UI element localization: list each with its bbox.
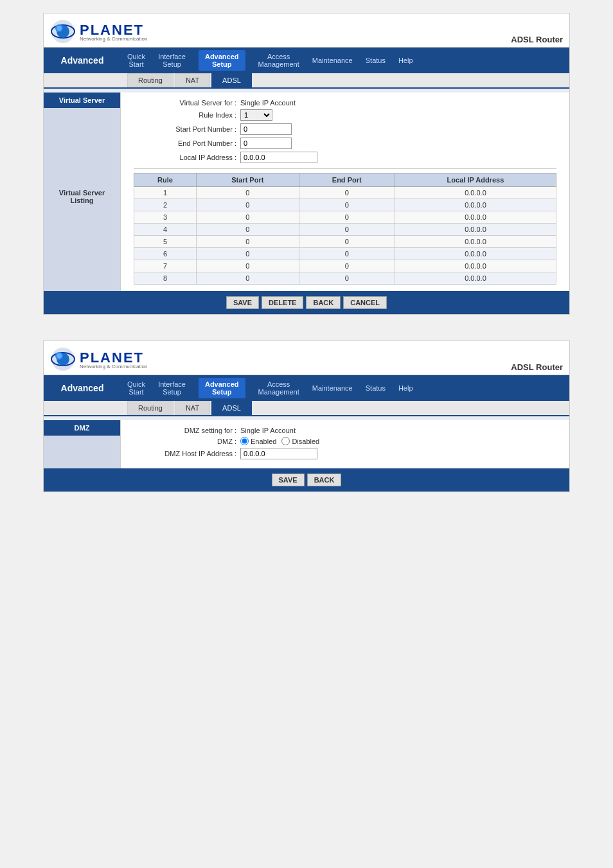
nav-quick-start-2[interactable]: QuickStart: [127, 380, 145, 396]
cell-end-port: 0: [299, 211, 395, 224]
cell-rule: 1: [134, 187, 197, 199]
table-row: 2 0 0 0.0.0.0: [134, 199, 556, 211]
content-area-2: DMZ DMZ setting for : Single IP Account …: [44, 420, 569, 468]
start-port-label: Start Port Number :: [134, 125, 236, 133]
panel-virtual-server: PLANET Networking & Communication ADSL R…: [43, 13, 570, 315]
action-bar-1: SAVE DELETE BACK CANCEL: [44, 291, 569, 314]
delete-button-1[interactable]: DELETE: [262, 296, 303, 309]
cell-end-port: 0: [299, 260, 395, 272]
subnav-nat-1[interactable]: NAT: [175, 73, 210, 87]
nav-bar-1: Advanced QuickStart InterfaceSetup Advan…: [44, 48, 569, 73]
form-group-rule-index: Rule Index : 1 2 3 4 5 6 7 8: [134, 109, 556, 121]
content-area-1: Virtual Server Virtual Server Listing Vi…: [44, 93, 569, 291]
planet-logo-icon-2: [50, 346, 76, 372]
nav-advanced-setup-1[interactable]: AdvancedSetup: [199, 50, 245, 71]
nav-status-1[interactable]: Status: [366, 57, 386, 64]
table-row: 7 0 0 0.0.0.0: [134, 260, 556, 272]
rule-index-label: Rule Index :: [134, 111, 236, 119]
cell-start-port: 0: [197, 248, 299, 260]
dmz-host-ip-input[interactable]: [240, 448, 317, 459]
col-local-ip: Local IP Address: [395, 173, 556, 187]
cell-rule: 3: [134, 211, 197, 224]
nav-access-management-1[interactable]: AccessManagement: [258, 53, 299, 68]
for-label: Virtual Server for :: [134, 99, 236, 107]
save-button-1[interactable]: SAVE: [226, 296, 259, 309]
section-label-listing: Virtual Server Listing: [44, 185, 120, 208]
cell-end-port: 0: [299, 236, 395, 248]
cell-start-port: 0: [197, 260, 299, 272]
dmz-disabled-radio[interactable]: [281, 437, 290, 445]
cell-rule: 4: [134, 224, 197, 236]
nav-maintenance-1[interactable]: Maintenance: [312, 57, 353, 64]
nav-links-1: QuickStart InterfaceSetup AdvancedSetup …: [121, 48, 569, 73]
subnav-adsl-1[interactable]: ADSL: [211, 73, 252, 87]
dmz-for-label: DMZ setting for :: [134, 427, 236, 434]
virtual-server-table: Rule Start Port End Port Local IP Addres…: [134, 173, 556, 285]
nav-advanced-setup-2[interactable]: AdvancedSetup: [199, 378, 245, 398]
save-button-2[interactable]: SAVE: [272, 474, 305, 486]
table-row: 6 0 0 0.0.0.0: [134, 248, 556, 260]
section-label-col-1: Virtual Server Virtual Server Listing: [44, 93, 121, 291]
nav-maintenance-2[interactable]: Maintenance: [312, 384, 353, 392]
logo-text-2: PLANET Networking & Communication: [80, 350, 147, 369]
nav-help-1[interactable]: Help: [398, 57, 413, 64]
subnav-nat-2[interactable]: NAT: [175, 401, 210, 415]
nav-access-management-2[interactable]: AccessManagement: [258, 380, 299, 396]
cancel-button-1[interactable]: CANCEL: [343, 296, 387, 309]
sub-nav-1: Routing NAT ADSL: [44, 73, 569, 89]
cell-local-ip: 0.0.0.0: [395, 260, 556, 272]
dmz-enabled-radio[interactable]: [240, 437, 249, 445]
panel-header-2: PLANET Networking & Communication ADSL R…: [44, 341, 569, 375]
cell-start-port: 0: [197, 199, 299, 211]
end-port-input[interactable]: [240, 137, 292, 149]
col-start-port: Start Port: [197, 173, 299, 187]
logo-area-1: PLANET Networking & Communication: [50, 19, 147, 44]
nav-interface-setup-1[interactable]: InterfaceSetup: [158, 53, 186, 68]
nav-help-2[interactable]: Help: [398, 384, 413, 392]
subnav-adsl-2[interactable]: ADSL: [211, 401, 252, 415]
dmz-radio-group: Enabled Disabled: [240, 437, 319, 445]
cell-start-port: 0: [197, 187, 299, 199]
adsl-router-label-2: ADSL Router: [511, 362, 563, 372]
start-port-input[interactable]: [240, 123, 292, 135]
section-label-dmz: DMZ: [44, 420, 120, 436]
section-label-virtual-server: Virtual Server: [44, 93, 120, 108]
nav-interface-setup-2[interactable]: InterfaceSetup: [158, 380, 186, 396]
back-button-2[interactable]: BACK: [307, 474, 342, 486]
local-ip-input[interactable]: [240, 152, 317, 163]
cell-rule: 2: [134, 199, 197, 211]
adsl-router-label-1: ADSL Router: [511, 35, 563, 44]
local-ip-label: Local IP Address :: [134, 154, 236, 161]
dmz-enabled-label[interactable]: Enabled: [240, 437, 276, 445]
dmz-form-group-for: DMZ setting for : Single IP Account: [134, 427, 556, 434]
nav-links-2: QuickStart InterfaceSetup AdvancedSetup …: [121, 375, 569, 401]
nav-quick-start-1[interactable]: QuickStart: [127, 53, 145, 68]
cell-start-port: 0: [197, 272, 299, 285]
back-button-1[interactable]: BACK: [306, 296, 341, 309]
section-divider-1: [134, 168, 556, 169]
dmz-content-main: DMZ setting for : Single IP Account DMZ …: [121, 420, 569, 468]
for-value: Single IP Account: [240, 99, 296, 107]
dmz-disabled-label[interactable]: Disabled: [281, 437, 319, 445]
cell-end-port: 0: [299, 272, 395, 285]
cell-rule: 7: [134, 260, 197, 272]
cell-rule: 6: [134, 248, 197, 260]
svg-point-9: [57, 353, 62, 359]
dmz-for-value: Single IP Account: [240, 427, 296, 434]
form-group-for: Virtual Server for : Single IP Account: [134, 99, 556, 107]
content-main-1: Virtual Server for : Single IP Account R…: [121, 93, 569, 291]
logo-text-1: PLANET Networking & Communication: [80, 22, 147, 42]
cell-local-ip: 0.0.0.0: [395, 211, 556, 224]
dmz-form-group-host-ip: DMZ Host IP Address :: [134, 448, 556, 459]
col-rule: Rule: [134, 173, 197, 187]
subnav-routing-1[interactable]: Routing: [127, 73, 173, 87]
cell-local-ip: 0.0.0.0: [395, 224, 556, 236]
rule-index-select[interactable]: 1 2 3 4 5 6 7 8: [240, 109, 272, 121]
end-port-label: End Port Number :: [134, 139, 236, 147]
nav-status-2[interactable]: Status: [366, 384, 386, 392]
dmz-host-ip-label: DMZ Host IP Address :: [134, 450, 236, 457]
table-row: 8 0 0 0.0.0.0: [134, 272, 556, 285]
cell-start-port: 0: [197, 211, 299, 224]
subnav-routing-2[interactable]: Routing: [127, 401, 173, 415]
cell-local-ip: 0.0.0.0: [395, 187, 556, 199]
